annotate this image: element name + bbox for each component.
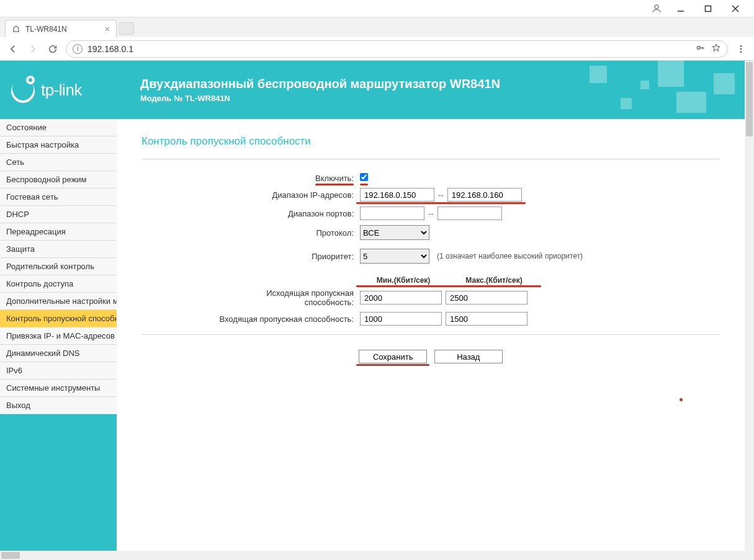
user-account-icon[interactable] <box>646 0 667 17</box>
scrollbar-thumb[interactable] <box>1 552 20 559</box>
sidebar-item[interactable]: Контроль пропускной способности <box>0 310 117 327</box>
sidebar-item[interactable]: Защита <box>0 241 117 258</box>
nav-forward-button[interactable] <box>26 42 40 56</box>
svg-marker-10 <box>712 44 720 51</box>
svg-point-11 <box>740 45 742 47</box>
annotation-dot <box>680 398 683 401</box>
horizontal-scrollbar[interactable] <box>0 551 754 560</box>
url-text: 192.168.0.1 <box>88 44 690 54</box>
col-header-min: Мин.(Кбит/сек) <box>360 276 447 285</box>
window-close-button[interactable] <box>722 0 749 17</box>
svg-rect-16 <box>658 61 684 87</box>
header-decoration <box>583 61 745 119</box>
address-bar[interactable]: i 192.168.0.1 <box>66 40 728 58</box>
nav-reload-button[interactable] <box>46 42 60 56</box>
svg-point-0 <box>655 5 658 9</box>
svg-point-12 <box>740 48 742 50</box>
divider <box>141 159 720 159</box>
nav-back-button[interactable] <box>6 42 20 56</box>
svg-rect-17 <box>676 92 706 113</box>
sidebar-nav: СостояниеБыстрая настройкаСетьБеспроводн… <box>0 119 117 551</box>
sidebar-item[interactable]: Состояние <box>0 119 117 136</box>
label-port-range: Диапазон портов: <box>216 209 360 218</box>
sidebar-item[interactable]: Быстрая настройка <box>0 136 117 154</box>
device-model: Модель № TL-WR841N <box>140 94 500 103</box>
label-enable: Включить: <box>315 174 354 183</box>
priority-hint: (1 означает наиболее высокий приоритет) <box>437 252 583 260</box>
ingress-min-input[interactable] <box>360 312 442 326</box>
vertical-scrollbar[interactable] <box>745 61 754 551</box>
tab-favicon-icon <box>12 25 20 33</box>
browser-tabstrip: TL-WR841N × <box>0 17 754 37</box>
svg-rect-15 <box>621 98 632 109</box>
saved-password-icon[interactable] <box>695 43 705 54</box>
ingress-max-input[interactable] <box>446 312 527 326</box>
bookmark-star-icon[interactable] <box>711 43 721 55</box>
window-titlebar <box>0 0 754 17</box>
svg-rect-2 <box>706 6 711 11</box>
sidebar-item[interactable]: Системные инструменты <box>0 380 117 397</box>
port-to-input[interactable] <box>438 207 502 220</box>
enable-checkbox[interactable] <box>360 173 368 181</box>
sidebar-item[interactable]: Переадресация <box>0 223 117 241</box>
content-area: Контроль пропускной способности Включить… <box>117 119 745 551</box>
label-protocol: Протокол: <box>216 228 360 238</box>
router-header: tp-link Двухдиапазонный беспроводной мар… <box>0 61 745 119</box>
sidebar-item[interactable]: DHCP <box>0 206 117 223</box>
col-header-max: Макс.(Кбит/сек) <box>451 276 537 285</box>
section-title: Контроль пропускной способности <box>141 135 720 148</box>
ip-to-input[interactable] <box>447 188 522 202</box>
tab-close-icon[interactable]: × <box>105 24 110 34</box>
label-ip-range: Диапазон IP-адресов: <box>216 190 360 200</box>
sidebar-item[interactable]: Беспроводной режим <box>0 171 117 189</box>
port-from-input[interactable] <box>360 207 424 220</box>
site-info-icon[interactable]: i <box>73 44 83 54</box>
svg-point-6 <box>697 47 700 50</box>
new-tab-button[interactable] <box>119 22 134 35</box>
sidebar-item[interactable]: Привязка IP- и MAC-адресов <box>0 327 117 345</box>
device-title: Двухдиапазонный беспроводной маршрутизат… <box>140 77 500 91</box>
svg-point-13 <box>740 51 742 53</box>
sidebar-item[interactable]: Гостевая сеть <box>0 189 117 206</box>
tab-title: TL-WR841N <box>25 25 67 33</box>
priority-select[interactable]: 5 <box>360 249 429 264</box>
brand-name: tp-link <box>41 81 82 100</box>
tplink-logo-icon <box>11 77 37 103</box>
sidebar-item[interactable]: Сеть <box>0 154 117 171</box>
sidebar-item[interactable]: Контроль доступа <box>0 275 117 293</box>
range-separator: -- <box>428 209 434 218</box>
sidebar-item[interactable]: Родительский контроль <box>0 258 117 275</box>
window-maximize-button[interactable] <box>694 0 722 17</box>
range-separator: -- <box>438 190 444 200</box>
svg-rect-14 <box>590 66 607 83</box>
brand-logo: tp-link <box>0 77 118 103</box>
protocol-select[interactable]: ВСЕ <box>360 225 429 240</box>
browser-toolbar: i 192.168.0.1 <box>0 37 754 61</box>
back-button[interactable]: Назад <box>434 350 503 363</box>
svg-rect-19 <box>640 81 649 89</box>
egress-min-input[interactable] <box>360 291 442 304</box>
sidebar-item[interactable]: Динамический DNS <box>0 345 117 362</box>
svg-rect-18 <box>714 73 735 94</box>
window-minimize-button[interactable] <box>667 0 694 17</box>
label-priority: Приоритет: <box>216 252 360 261</box>
egress-max-input[interactable] <box>446 291 527 304</box>
browser-menu-button[interactable] <box>734 42 748 56</box>
save-button[interactable]: Сохранить <box>359 350 427 363</box>
browser-tab[interactable]: TL-WR841N × <box>5 20 117 37</box>
label-ingress: Входящая пропускная способность: <box>216 314 360 324</box>
sidebar-item[interactable]: Выход <box>0 397 117 414</box>
sidebar-item[interactable]: Дополнительные настройки маршрутизации <box>0 293 117 310</box>
sidebar-item[interactable]: IPv6 <box>0 362 117 380</box>
ip-from-input[interactable] <box>360 188 434 202</box>
label-egress: Исходящая пропускная способность: <box>216 288 360 307</box>
scrollbar-thumb[interactable] <box>746 62 753 136</box>
divider <box>141 334 720 335</box>
